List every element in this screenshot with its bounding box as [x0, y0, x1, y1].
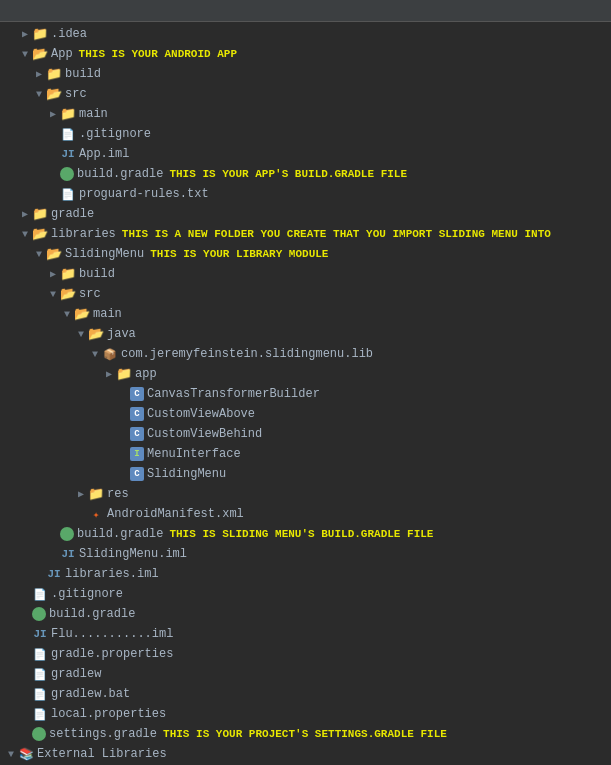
arrow-collapsed[interactable] [18, 207, 32, 221]
item-label: app [135, 367, 157, 381]
tree-item-gradlew[interactable]: 📄gradlew [0, 664, 611, 684]
arrow-collapsed[interactable] [74, 487, 88, 501]
item-label: App [51, 47, 73, 61]
arrow-collapsed[interactable] [46, 267, 60, 281]
file-icon: 📄 [32, 666, 48, 682]
tree-item-src-sm[interactable]: 📂src [0, 284, 611, 304]
tree-item-slidingmenuclass[interactable]: CSlidingMenu [0, 464, 611, 484]
tree-item-src-app[interactable]: 📂src [0, 84, 611, 104]
class-icon: C [130, 467, 144, 481]
tree-item-gitignore-root[interactable]: 📄.gitignore [0, 584, 611, 604]
gradle-icon [32, 727, 46, 741]
item-label: Flu...........iml [51, 627, 173, 641]
tree-item-java-sm[interactable]: 📂java [0, 324, 611, 344]
tree-item-res-sm[interactable]: 📁res [0, 484, 611, 504]
tree-item-main-sm[interactable]: 📂main [0, 304, 611, 324]
item-label: gradle.properties [51, 647, 173, 661]
tree-item-build-sm[interactable]: 📁build [0, 264, 611, 284]
tree-item-main-app[interactable]: 📁main [0, 104, 611, 124]
tree-item-settingsgradle[interactable]: settings.gradleTHIS IS YOUR PROJECT'S SE… [0, 724, 611, 744]
tree-item-customabove[interactable]: CCustomViewAbove [0, 404, 611, 424]
tree-item-app[interactable]: 📂AppTHIS IS YOUR ANDROID APP [0, 44, 611, 64]
tree-item-buildgradle-app[interactable]: build.gradleTHIS IS YOUR APP'S BUILD.GRA… [0, 164, 611, 184]
folder-icon: 📁 [60, 106, 76, 122]
item-label: CanvasTransformerBuilder [147, 387, 320, 401]
arrow-collapsed[interactable] [46, 107, 60, 121]
tree-item-gradlewbat[interactable]: 📄gradlew.bat [0, 684, 611, 704]
tree-item-idea[interactable]: 📁.idea [0, 24, 611, 44]
item-label: .gitignore [51, 587, 123, 601]
tree-item-gradleprops[interactable]: 📄gradle.properties [0, 644, 611, 664]
folder-open-icon: 📂 [60, 286, 76, 302]
arrow-expanded[interactable] [32, 247, 46, 261]
item-label: AndroidManifest.xml [107, 507, 244, 521]
tree-item-custombehind[interactable]: CCustomViewBehind [0, 424, 611, 444]
tree-item-librariesiml[interactable]: JIlibraries.iml [0, 564, 611, 584]
folder-icon: 📁 [60, 266, 76, 282]
item-label: CustomViewAbove [147, 407, 255, 421]
item-label: .gitignore [79, 127, 151, 141]
item-label: src [65, 87, 87, 101]
tree-item-buildgradle-root[interactable]: build.gradle [0, 604, 611, 624]
item-label: gradlew.bat [51, 687, 130, 701]
tree-item-gradle[interactable]: 📁gradle [0, 204, 611, 224]
folder-open-icon: 📂 [32, 46, 48, 62]
tree-item-app-sm[interactable]: 📁app [0, 364, 611, 384]
tree-item-pkg-sm[interactable]: 📦com.jeremyfeinstein.slidingmenu.lib [0, 344, 611, 364]
tree-item-localprops[interactable]: 📄local.properties [0, 704, 611, 724]
item-label: SlidingMenu [65, 247, 144, 261]
item-label: MenuInterface [147, 447, 241, 461]
file-icon: 📄 [60, 126, 76, 142]
arrow-expanded[interactable] [74, 327, 88, 341]
tree-item-gitignore-app[interactable]: 📄.gitignore [0, 124, 611, 144]
interface-icon: I [130, 447, 144, 461]
tree-item-libraries[interactable]: 📂librariesTHIS IS A NEW FOLDER YOU CREAT… [0, 224, 611, 244]
file-icon: 📄 [32, 646, 48, 662]
item-label: libraries.iml [65, 567, 159, 581]
folder-icon: 📁 [32, 26, 48, 42]
arrow-expanded[interactable] [18, 47, 32, 61]
arrow-expanded[interactable] [4, 747, 18, 761]
arrow-collapsed[interactable] [18, 27, 32, 41]
file-icon: 📄 [60, 186, 76, 202]
tree-item-extlibs[interactable]: 📚External Libraries [0, 744, 611, 764]
arrow-expanded[interactable] [32, 87, 46, 101]
folder-open-icon: 📂 [32, 226, 48, 242]
class-icon: C [130, 407, 144, 421]
item-label: External Libraries [37, 747, 167, 761]
file-icon: 📄 [32, 706, 48, 722]
item-label: build [65, 67, 101, 81]
class-icon: C [130, 427, 144, 441]
item-label: SlidingMenu [147, 467, 226, 481]
class-icon: C [130, 387, 144, 401]
item-label: src [79, 287, 101, 301]
item-label: SlidingMenu.iml [79, 547, 187, 561]
arrow-expanded[interactable] [60, 307, 74, 321]
tree-item-build-app[interactable]: 📁build [0, 64, 611, 84]
tree-item-appiml[interactable]: JIApp.iml [0, 144, 611, 164]
item-annotation: THIS IS YOUR LIBRARY MODULE [150, 248, 328, 260]
tree-item-slidingmenuiml[interactable]: JISlidingMenu.iml [0, 544, 611, 564]
item-label: com.jeremyfeinstein.slidingmenu.lib [121, 347, 373, 361]
tree-item-proguard[interactable]: 📄proguard-rules.txt [0, 184, 611, 204]
item-annotation: THIS IS YOUR ANDROID APP [79, 48, 237, 60]
arrow-expanded[interactable] [46, 287, 60, 301]
item-label: build.gradle [49, 607, 135, 621]
item-annotation: THIS IS YOUR PROJECT'S SETTINGS.GRADLE F… [163, 728, 447, 740]
tree-item-rootiml[interactable]: JIFlu...........iml [0, 624, 611, 644]
gradle-icon [60, 527, 74, 541]
arrow-expanded[interactable] [18, 227, 32, 241]
iml-icon: JI [32, 626, 48, 642]
arrow-expanded[interactable] [88, 347, 102, 361]
tree-item-menuinterface[interactable]: IMenuInterface [0, 444, 611, 464]
tree-item-manifest-sm[interactable]: ✦AndroidManifest.xml [0, 504, 611, 524]
tree-item-buildgradle-sm[interactable]: build.gradleTHIS IS SLIDING MENU'S BUILD… [0, 524, 611, 544]
folder-open-icon: 📂 [46, 246, 62, 262]
tree-item-canvas[interactable]: CCanvasTransformerBuilder [0, 384, 611, 404]
tree-item-slidingmenu[interactable]: 📂SlidingMenuTHIS IS YOUR LIBRARY MODULE [0, 244, 611, 264]
gradle-icon [32, 607, 46, 621]
item-label: App.iml [79, 147, 129, 161]
iml-icon: JI [46, 566, 62, 582]
arrow-collapsed[interactable] [102, 367, 116, 381]
arrow-collapsed[interactable] [32, 67, 46, 81]
